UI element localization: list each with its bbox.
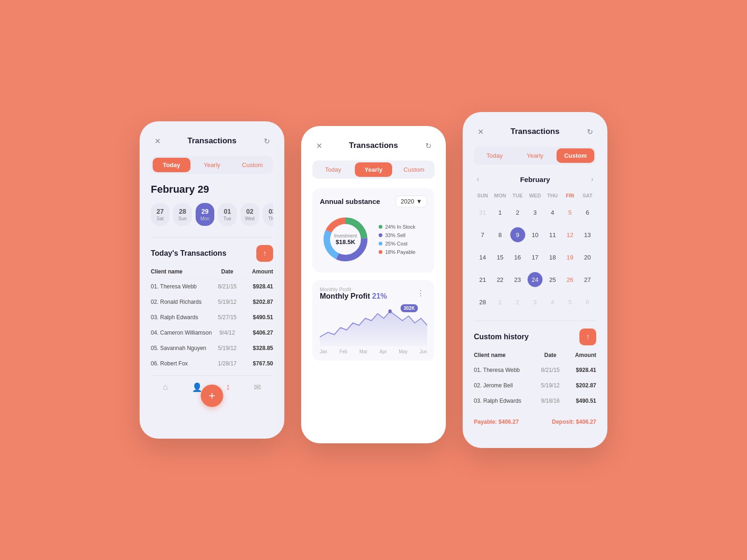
cal-day[interactable]: 10 (526, 224, 543, 246)
date-item-2[interactable]: 29 Mon (196, 203, 214, 226)
cal-header-wed: WED (526, 190, 543, 201)
cal-day[interactable]: 3 (526, 291, 543, 313)
year-select[interactable]: 2020 ▼ (395, 196, 427, 207)
divider-right (474, 321, 596, 321)
cal-day[interactable]: 31 (474, 201, 491, 224)
table-row: 03. Ralph Edwards 9/18/16 $490.51 (474, 393, 596, 409)
cal-day[interactable]: 28 (474, 291, 491, 313)
middle-header: ✕ Transactions ↻ (312, 139, 435, 152)
payable-summary: Payable: $406.27 (474, 419, 519, 425)
cal-day[interactable]: 27 (579, 268, 596, 291)
cal-day[interactable]: 17 (526, 246, 543, 268)
cal-day[interactable]: 22 (491, 268, 508, 291)
cal-day[interactable]: 14 (474, 246, 491, 268)
left-filter-tabs: Today Yearly Custom (151, 156, 273, 174)
refresh-icon-middle[interactable]: ↻ (422, 139, 435, 152)
cal-day[interactable]: 2 (509, 201, 526, 224)
tab-today-middle[interactable]: Today (314, 162, 352, 177)
calendar-month: February (520, 175, 550, 183)
refresh-icon[interactable]: ↻ (260, 134, 273, 147)
cal-day[interactable]: 19 (561, 246, 578, 268)
divider-left (151, 237, 273, 238)
summary-bar: Payable: $406.27 Deposit: $406.27 (474, 413, 596, 425)
cal-day[interactable]: 18 (544, 246, 561, 268)
calendar-prev-button[interactable]: ‹ (474, 174, 482, 184)
close-icon[interactable]: ✕ (151, 134, 164, 147)
cal-day[interactable]: 4 (544, 201, 561, 224)
cal-day[interactable]: 4 (544, 291, 561, 313)
left-title: Transactions (188, 136, 237, 146)
cal-day[interactable]: 6 (579, 201, 596, 224)
cal-day[interactable]: 26 (561, 268, 578, 291)
cal-day-today[interactable]: 24 (526, 268, 543, 291)
date-scroll: 27 Sat 28 Sun 29 Mon 01 Tue 02 Wed 03 Th… (151, 203, 273, 226)
tab-custom-right[interactable]: Custom (557, 148, 594, 163)
cal-day[interactable]: 6 (579, 291, 596, 313)
close-icon-right[interactable]: ✕ (474, 125, 487, 138)
export-button-right[interactable]: ↑ (579, 329, 596, 345)
cal-day[interactable]: 20 (579, 246, 596, 268)
tab-yearly-right[interactable]: Yearly (516, 148, 554, 163)
cal-day[interactable]: 11 (544, 224, 561, 246)
legend-item-1: 33% Sell (379, 232, 416, 238)
cal-day[interactable]: 5 (561, 291, 578, 313)
contacts-nav-icon[interactable]: 👤 (192, 382, 202, 392)
cal-day[interactable]: 25 (544, 268, 561, 291)
calendar-next-button[interactable]: › (588, 174, 596, 184)
date-item-0[interactable]: 27 Sat (151, 203, 169, 226)
export-button-left[interactable]: ↑ (256, 245, 273, 262)
cal-day[interactable]: 1 (491, 201, 508, 224)
cal-day[interactable]: 3 (526, 201, 543, 224)
date-item-1[interactable]: 28 Sun (173, 203, 192, 226)
cal-day[interactable]: 7 (474, 224, 491, 246)
profit-more-icon[interactable]: ⋮ (414, 287, 427, 300)
transactions-section-header: Today's Transactions ↑ (151, 245, 273, 262)
col-amount-right: Amount (566, 352, 597, 358)
cal-day[interactable]: 12 (561, 224, 578, 246)
fab-add-button[interactable]: + (201, 385, 223, 407)
legend-item-2: 25% Cost (379, 241, 416, 246)
tab-custom-left[interactable]: Custom (233, 158, 271, 172)
middle-phone-card: ✕ Transactions ↻ Today Yearly Custom Ann… (301, 126, 446, 443)
refresh-icon-right[interactable]: ↻ (583, 125, 596, 138)
table-row: 01. Theresa Webb 8/21/15 $928.41 (474, 363, 596, 378)
cal-day[interactable]: 5 (561, 201, 578, 224)
cal-day[interactable]: 21 (474, 268, 491, 291)
cal-day[interactable]: 2 (509, 291, 526, 313)
donut-center: Investment $18.5K (334, 233, 357, 245)
messages-nav-icon[interactable]: ✉ (254, 382, 261, 392)
date-item-4[interactable]: 02 Wed (240, 203, 259, 226)
date-item-5[interactable]: 03 Thu (263, 203, 273, 226)
tab-yearly-left[interactable]: Yearly (193, 158, 231, 172)
date-item-3[interactable]: 01 Tue (218, 203, 237, 226)
profit-info: Monthly Profit Monthly Profit 21% (320, 287, 387, 301)
cal-day[interactable]: 15 (491, 246, 508, 268)
svg-point-5 (388, 309, 392, 313)
cal-week-2: 7 8 9 10 11 12 13 (474, 224, 596, 246)
annual-header: Annual substance 2020 ▼ (320, 196, 427, 207)
cal-day[interactable]: 8 (491, 224, 508, 246)
cal-day[interactable]: 23 (509, 268, 526, 291)
legend-list: 24% In Stock 33% Sell 25% Cost 18% Payab… (379, 224, 416, 255)
tab-today-left[interactable]: Today (153, 158, 190, 172)
cal-day[interactable]: 1 (491, 291, 508, 313)
annual-section: Annual substance 2020 ▼ (312, 188, 435, 273)
cal-day[interactable]: 9 (509, 224, 526, 246)
tab-yearly-middle[interactable]: Yearly (355, 162, 393, 177)
cal-header-sun: SUN (474, 190, 491, 201)
cal-week-5: 28 1 2 3 4 5 6 (474, 291, 596, 313)
legend-dot-stock (379, 225, 382, 229)
close-icon-middle[interactable]: ✕ (312, 139, 325, 152)
cal-day[interactable]: 13 (579, 224, 596, 246)
tab-custom-middle[interactable]: Custom (395, 162, 433, 177)
calendar-grid: SUN MON TUE WED THU FRI SAT 31 1 2 3 4 5 (474, 190, 596, 313)
cal-week-1: 31 1 2 3 4 5 6 (474, 201, 596, 224)
calendar-nav: ‹ February › (474, 174, 596, 184)
tab-today-right[interactable]: Today (476, 148, 514, 163)
col-date: Date (212, 268, 243, 275)
transactions-nav-icon[interactable]: ↕ (226, 382, 230, 392)
cal-day[interactable]: 16 (509, 246, 526, 268)
middle-filter-tabs: Today Yearly Custom (312, 161, 435, 179)
chart-labels: Jan Feb Mar Apr May Jun (320, 349, 427, 354)
home-nav-icon[interactable]: ⌂ (163, 382, 168, 392)
